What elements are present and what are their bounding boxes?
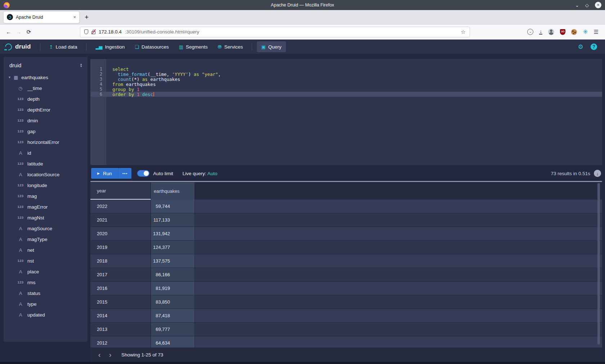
cell-year[interactable]: 2014: [90, 309, 151, 322]
cell-year[interactable]: 2022: [90, 200, 151, 213]
column-name: locationSource: [27, 172, 59, 177]
tracking-shield-icon[interactable]: [84, 29, 88, 34]
schema-column[interactable]: 123 rms: [4, 277, 88, 288]
schema-column[interactable]: 123 depth: [4, 94, 88, 104]
next-page-button[interactable]: ›: [105, 351, 116, 358]
download-icon[interactable]: ↓: [539, 29, 542, 35]
nav-item-datasources[interactable]: ❏ Datasources: [130, 41, 173, 52]
schema-column[interactable]: A place: [4, 266, 88, 277]
column-name: magType: [27, 237, 48, 242]
pocket-icon[interactable]: ⌄: [527, 29, 533, 35]
column-name: mag: [27, 194, 37, 199]
schema-column[interactable]: 123 latitude: [4, 158, 88, 169]
cell-earthquakes[interactable]: 86,166: [151, 268, 195, 281]
schema-column[interactable]: 123 dmin: [4, 115, 88, 126]
schema-column[interactable]: A net: [4, 245, 88, 255]
schema-column[interactable]: 123 gap: [4, 126, 88, 137]
run-more-button[interactable]: •••: [118, 168, 132, 179]
live-query-value[interactable]: Auto: [207, 171, 218, 176]
vertical-scrollbar[interactable]: [597, 183, 600, 345]
horizontal-scrollbar[interactable]: [90, 181, 602, 182]
cell-earthquakes[interactable]: 64,634: [151, 336, 195, 347]
settings-gear-icon[interactable]: ⚙: [578, 44, 583, 50]
cookie-icon[interactable]: [571, 29, 577, 35]
new-tab-button[interactable]: +: [85, 13, 89, 21]
schema-column[interactable]: A magSource: [4, 223, 88, 234]
sort-icon[interactable]: [80, 63, 82, 68]
cell-year[interactable]: 2015: [90, 295, 151, 309]
druid-logo[interactable]: druid: [5, 43, 31, 50]
cell-year[interactable]: 2017: [90, 268, 151, 281]
table-node-earthquakes[interactable]: ▾ ▦ earthquakes: [4, 72, 88, 83]
cell-earthquakes[interactable]: 87,418: [151, 309, 195, 322]
schema-column[interactable]: A type: [4, 299, 88, 309]
schema-column[interactable]: A locationSource: [4, 169, 88, 180]
auto-limit-toggle[interactable]: [137, 170, 149, 177]
account-icon[interactable]: [548, 29, 554, 35]
cell-year[interactable]: 2019: [90, 241, 151, 254]
chevron-down-icon[interactable]: ▾: [9, 76, 10, 79]
export-results-icon[interactable]: ↓: [594, 170, 601, 177]
schema-column[interactable]: 123 depthError: [4, 104, 88, 115]
schema-column[interactable]: 123 longitude: [4, 180, 88, 191]
tab-close-icon[interactable]: ×: [73, 14, 76, 20]
sql-token: (__time,: [148, 72, 172, 77]
cell-year[interactable]: 2016: [90, 282, 151, 295]
nav-item-load-data[interactable]: ↥ Load data: [45, 41, 82, 52]
column-header-year[interactable]: year: [90, 182, 151, 200]
cell-year[interactable]: 2020: [90, 227, 151, 240]
help-icon[interactable]: ?: [591, 44, 597, 50]
sql-editor[interactable]: 1 select 2 time_format(__time, 'YYYY') a…: [90, 59, 602, 165]
column-name: latitude: [27, 161, 43, 167]
schema-column[interactable]: A magType: [4, 234, 88, 245]
nav-item-query[interactable]: ▣ Query: [257, 41, 286, 52]
cell-year[interactable]: 2018: [90, 254, 151, 268]
schema-column[interactable]: 123 nst: [4, 255, 88, 266]
table-row: 2018 137,575: [90, 254, 602, 268]
cell-earthquakes[interactable]: 117,133: [151, 213, 195, 227]
bookmark-star-icon[interactable]: ☆: [461, 29, 466, 35]
reload-button[interactable]: ⟳: [24, 29, 34, 35]
cell-earthquakes[interactable]: 81,919: [151, 282, 195, 295]
editor-line: 2 time_format(__time, 'YYYY') as "year",: [90, 72, 602, 77]
ublock-icon[interactable]: UO: [560, 29, 565, 35]
druid-favicon-icon: Ɔ: [7, 14, 13, 20]
schema-column[interactable]: 123 horizontalError: [4, 137, 88, 147]
url-bar[interactable]: 172.18.0.4 :30109/unified-console.html#q…: [80, 27, 470, 37]
schema-column[interactable]: A updated: [4, 309, 88, 320]
minimize-icon[interactable]: ⌄: [575, 3, 579, 8]
nav-item-ingestion[interactable]: ▂▅ Ingestion: [91, 41, 129, 52]
insecure-lock-icon[interactable]: [91, 31, 95, 34]
forward-button[interactable]: →: [14, 29, 24, 35]
schema-column[interactable]: ◷ __time: [4, 83, 88, 94]
cell-earthquakes[interactable]: 59,744: [151, 200, 195, 213]
window-titlebar: Apache Druid — Mozilla Firefox ⌄ ◇ ×: [0, 0, 605, 10]
menu-icon[interactable]: ☰: [594, 29, 599, 35]
nav-item-services[interactable]: ⛃ Services: [214, 41, 247, 52]
prev-page-button[interactable]: ‹: [94, 351, 105, 358]
cell-earthquakes[interactable]: 131,942: [151, 227, 195, 240]
nav-item-segments[interactable]: ▥ Segments: [175, 41, 212, 52]
cell-year[interactable]: 2021: [90, 213, 151, 227]
back-button[interactable]: ←: [4, 29, 14, 35]
schema-column[interactable]: 123 mag: [4, 191, 88, 201]
schema-column[interactable]: A id: [4, 147, 88, 158]
numeric-column-icon: 123: [17, 162, 24, 165]
column-header-earthquakes[interactable]: earthquakes: [151, 182, 195, 200]
cell-earthquakes[interactable]: 83,850: [151, 295, 195, 309]
schema-name[interactable]: druid: [9, 62, 80, 68]
schema-column[interactable]: A status: [4, 288, 88, 299]
cell-year[interactable]: 2012: [90, 336, 151, 347]
cell-earthquakes[interactable]: 124,377: [151, 241, 195, 254]
cell-year[interactable]: 2013: [90, 323, 151, 336]
editor-lines: 1 select 2 time_format(__time, 'YYYY') a…: [90, 59, 602, 97]
close-icon[interactable]: ×: [595, 2, 601, 8]
browser-tab[interactable]: Ɔ Apache Druid ×: [4, 12, 79, 23]
cell-earthquakes[interactable]: 69,777: [151, 323, 195, 336]
extension-asterisk-icon[interactable]: ✳: [583, 29, 588, 35]
schema-column[interactable]: 123 magError: [4, 201, 88, 212]
run-button[interactable]: ▶ Run: [91, 168, 118, 179]
schema-column[interactable]: 123 magNst: [4, 212, 88, 223]
cell-earthquakes[interactable]: 137,575: [151, 254, 195, 268]
maximize-icon[interactable]: ◇: [585, 3, 589, 8]
